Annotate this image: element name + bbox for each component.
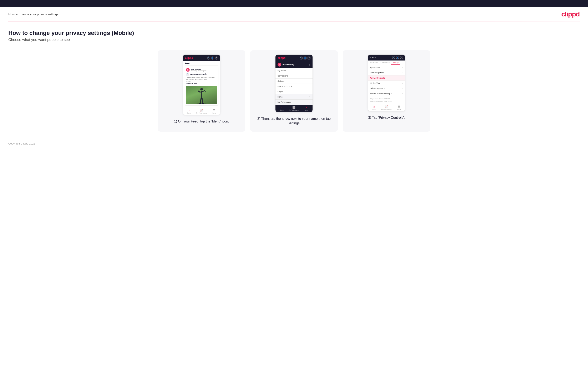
menu-item-profile: My Profile (276, 68, 312, 73)
step-2-caption: 2) Then, tap the arrow next to your name… (254, 117, 334, 126)
feed-label: Feed (185, 62, 218, 66)
logo: clippd (561, 10, 580, 18)
phone-1-bottom-nav: ⌂ Home 📈 My Performance ☰ Menu (183, 108, 220, 115)
nav-home: ⌂ Home (183, 109, 195, 114)
nav-menu-dark-label: Menu (305, 109, 308, 111)
phone-1-feed: Feed B Blair McHarg Yesterday · Sunningd… (183, 61, 220, 108)
settings-icon-3: ⚙ (400, 56, 403, 59)
privacy-controls-label: Privacy Controls (370, 77, 385, 79)
phone-2-logo: clippd (277, 56, 285, 59)
step-1-phone: clippd 🔍 👤 ⚙ Feed B Blair McHarg (183, 54, 220, 115)
step-1-card: clippd 🔍 👤 ⚙ Feed B Blair McHarg (158, 50, 245, 132)
section-performance: My Performance ∨ (276, 100, 312, 105)
duration-label: Duration (186, 81, 217, 83)
tab-my-profile[interactable]: My Profile (369, 60, 379, 65)
back-button: < Back (370, 57, 376, 59)
menu-avatar: B (277, 63, 281, 67)
privacy-policy-label: Service & Privacy Policy ↗ (370, 92, 392, 95)
lesson-title: Lesson with Fordy (190, 73, 207, 75)
lesson-row: 📋 Lesson with Fordy (186, 73, 217, 76)
section-home-label: Home (277, 96, 283, 98)
step-3-caption: 3) Tap 'Privacy Controls'. (368, 115, 405, 120)
section-home: Home ∨ (276, 94, 312, 100)
menu-username: Blair McHarg (283, 64, 294, 66)
settings-privacy-policy[interactable]: Service & Privacy Policy ↗ › (368, 91, 405, 96)
help-support-chevron: › (402, 88, 403, 89)
tab-connections[interactable]: Connections (379, 60, 391, 65)
feed-user-info: Blair McHarg Yesterday · Sunningdale (191, 68, 207, 72)
nav-performance: 📈 My Performance (195, 109, 208, 114)
golf-image (186, 86, 217, 104)
step-2-card: clippd 🔍 👤 ⚙ B Blair McHarg (250, 50, 338, 132)
step-2-phone: clippd 🔍 👤 ⚙ B Blair McHarg (275, 54, 313, 112)
feed-date: Yesterday · Sunningdale (191, 70, 207, 72)
lesson-icon: 📋 (186, 73, 189, 76)
phone-1-icons: 🔍 👤 ⚙ (207, 57, 218, 59)
performance-icon-3: 📈 (385, 105, 388, 108)
phone-3-bottom-nav: ⌂ Home 📈 My Performance ☰ Menu (368, 104, 405, 111)
user-icon: 👤 (211, 57, 214, 59)
phone-3-icons: 🔍 👤 ⚙ (392, 56, 403, 59)
close-icon: ✕ (305, 106, 308, 109)
nav-home-dark: ⌂ Home (276, 106, 288, 111)
section-performance-chevron: ∨ (309, 101, 311, 103)
nav-performance-dark: 📈 My Performance (288, 106, 300, 111)
nav-performance-label: My Performance (196, 112, 207, 114)
page-title: How to change your privacy settings (Mob… (8, 30, 580, 36)
menu-item-logout: Logout (276, 89, 312, 94)
top-bar (0, 0, 588, 7)
settings-data-integrations[interactable]: Data Integrations › (368, 70, 405, 75)
phone-2-menu: B Blair McHarg ∧ My Profile Connections … (276, 61, 312, 105)
copyright: Copyright Clippd 2022 (8, 142, 35, 145)
menu-item-help: Help & Support ↗ (276, 84, 312, 89)
section-performance-label: My Performance (277, 101, 291, 103)
data-integrations-label: Data Integrations (370, 72, 384, 74)
svg-point-0 (196, 103, 207, 104)
phone-2-bottom-nav: ⌂ Home 📈 My Performance ✕ Menu (276, 105, 312, 112)
page-subtitle: Choose what you want people to see (8, 38, 580, 42)
steps-container: clippd 🔍 👤 ⚙ Feed B Blair McHarg (8, 50, 580, 132)
settings-list: My Account › Data Integrations › Privacy… (368, 65, 405, 96)
feed-username: Blair McHarg (191, 68, 207, 70)
user-icon-2: 👤 (303, 57, 306, 59)
phone-2-header: clippd 🔍 👤 ⚙ (276, 55, 312, 61)
settings-privacy-controls[interactable]: Privacy Controls › (368, 75, 405, 81)
settings-golf-bag[interactable]: My Golf Bag › (368, 81, 405, 86)
breadcrumb: How to change your privacy settings (8, 12, 59, 16)
nav-close-dark: ✕ Menu (300, 106, 312, 111)
privacy-controls-chevron: › (402, 77, 403, 79)
user-icon-3: 👤 (396, 56, 399, 59)
menu-icon: ☰ (213, 109, 215, 112)
my-account-chevron: › (402, 67, 403, 69)
search-icon: 🔍 (207, 57, 210, 59)
version-line-1: Clippd Client Version: 2022.8.3-3 (370, 98, 403, 100)
feed-user-row: B Blair McHarg Yesterday · Sunningdale (186, 68, 217, 72)
settings-footer: Clippd Client Version: 2022.8.3-3 GQL Se… (368, 96, 405, 104)
phone-1-header: clippd 🔍 👤 ⚙ (183, 55, 220, 61)
menu-section: Home ∨ My Performance ∨ (276, 94, 312, 105)
tab-settings[interactable]: Settings (391, 60, 400, 65)
step-3-card: < Back 🔍 👤 ⚙ My Profile Connections Sett… (343, 50, 430, 132)
settings-my-account[interactable]: My Account › (368, 65, 405, 70)
golf-bag-label: My Golf Bag (370, 82, 380, 84)
main-content: How to change your privacy settings (Mob… (0, 21, 588, 138)
data-integrations-chevron: › (402, 72, 403, 74)
feed-post: B Blair McHarg Yesterday · Sunningdale 📋… (185, 67, 218, 106)
nav-performance-3-label: My Performance (381, 108, 392, 110)
version-line-2: GQL Server Version: 2022.7.30-1 (370, 100, 403, 102)
phone-3-back-row: < Back 🔍 👤 ⚙ (368, 55, 405, 60)
nav-menu: ☰ Menu (208, 109, 220, 114)
settings-icon-2: ⚙ (308, 57, 311, 59)
performance-icon-dark: 📈 (292, 106, 295, 109)
my-account-label: My Account (370, 67, 380, 69)
nav-menu-3: ☰ Menu (393, 105, 405, 110)
performance-icon: 📈 (200, 109, 203, 112)
svg-point-1 (200, 88, 203, 91)
nav-menu-label: Menu (212, 112, 216, 114)
nav-menu-3-label: Menu (397, 108, 401, 110)
phone-2-icons: 🔍 👤 ⚙ (300, 57, 311, 59)
settings-help-support[interactable]: Help & Support ↗ › (368, 86, 405, 91)
duration-val: 01 hr : 30 min (186, 83, 217, 85)
nav-performance-3: 📈 My Performance (380, 105, 392, 110)
search-icon-3: 🔍 (392, 56, 395, 59)
